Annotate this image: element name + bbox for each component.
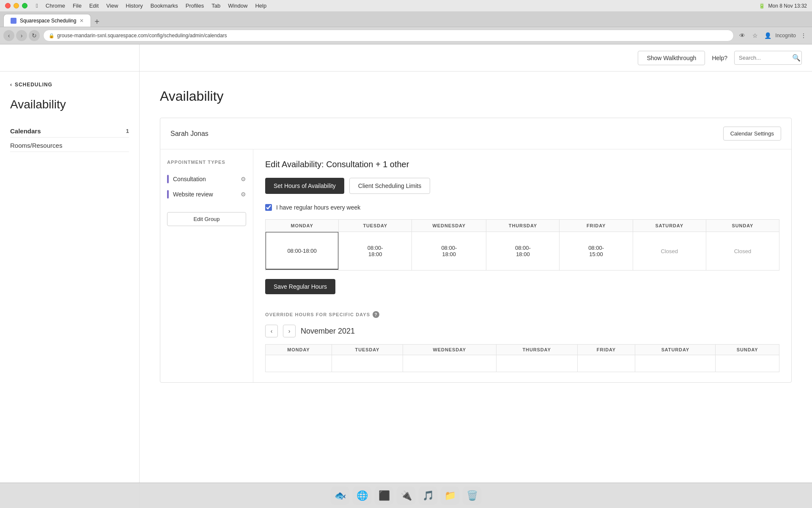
availability-actions: Set Hours of Availability Client Schedul… — [265, 178, 779, 194]
consultation-gear-icon[interactable]: ⚙ — [241, 176, 246, 182]
chrome-menu[interactable]: Chrome — [46, 3, 65, 9]
cell-monday[interactable]: 08:00-18:00 — [266, 232, 339, 271]
override-calendar-row — [266, 355, 779, 372]
cell-wednesday[interactable]: 08:00-18:00 — [412, 232, 486, 271]
thursday-hours[interactable]: 08:00-18:00 — [486, 232, 559, 270]
set-hours-btn[interactable]: Set Hours of Availability — [265, 178, 344, 194]
override-cell[interactable] — [403, 355, 496, 372]
search-input[interactable] — [739, 55, 790, 61]
monday-hours[interactable]: 08:00-18:00 — [265, 232, 339, 270]
more-btn[interactable]: ⋮ — [798, 30, 809, 41]
dock-chrome-icon[interactable]: 🌐 — [353, 486, 371, 505]
maximize-window-btn[interactable] — [22, 3, 27, 8]
browser-tab[interactable]: Squarespace Scheduling ✕ — [3, 14, 91, 27]
dock-music-icon[interactable]: 🎵 — [419, 486, 437, 505]
card-header: Sarah Jonas Calendar Settings — [160, 118, 791, 149]
override-section: OVERRIDE HOURS FOR SPECIFIC DAYS ? ‹ › N… — [265, 311, 779, 372]
wednesday-hours[interactable]: 08:00-18:00 — [412, 232, 486, 270]
dock-app-icon[interactable]: 🔌 — [397, 486, 415, 505]
client-limits-btn[interactable]: Client Scheduling Limits — [349, 178, 430, 194]
override-col-tuesday: TUESDAY — [332, 345, 403, 355]
override-col-monday: MONDAY — [266, 345, 332, 355]
help-icon[interactable]: ? — [373, 311, 379, 318]
override-cell[interactable] — [577, 355, 635, 372]
override-cell[interactable] — [266, 355, 332, 372]
appointment-item-website-review[interactable]: Website review ⚙ — [167, 187, 246, 202]
file-menu[interactable]: File — [73, 3, 82, 9]
save-regular-hours-btn[interactable]: Save Regular Hours — [265, 279, 335, 294]
override-col-sunday: SUNDAY — [716, 345, 779, 355]
override-header-row: MONDAY TUESDAY WEDNESDAY THURSDAY FRIDAY… — [266, 345, 779, 355]
cell-saturday[interactable]: Closed — [633, 232, 706, 271]
help-link[interactable]: Help? — [712, 55, 727, 61]
window-controls[interactable] — [5, 3, 27, 8]
sunday-hours[interactable]: Closed — [706, 232, 779, 270]
col-friday: FRIDAY — [560, 220, 633, 232]
appt-panel-title: APPOINTMENT TYPES — [167, 160, 246, 165]
tab-menu[interactable]: Tab — [211, 3, 220, 9]
app-container: ‹ SCHEDULING Availability Calendars 1 Ro… — [0, 44, 812, 508]
back-chevron-icon: ‹ — [10, 82, 12, 88]
prev-month-btn[interactable]: ‹ — [265, 325, 278, 337]
dock-files-icon[interactable]: 📁 — [441, 486, 459, 505]
override-cell[interactable] — [332, 355, 403, 372]
website-review-color-indicator — [167, 190, 169, 199]
edit-group-btn[interactable]: Edit Group — [167, 212, 246, 226]
consultation-color-indicator — [167, 175, 169, 183]
search-bar[interactable]: 🔍 — [734, 51, 802, 65]
tab-close-btn[interactable]: ✕ — [80, 18, 84, 24]
address-bar[interactable]: 🔒 grouse-mandarin-sxnl.squarespace.com/c… — [43, 30, 734, 41]
sidebar-item-calendars[interactable]: Calendars 1 — [10, 125, 129, 138]
close-window-btn[interactable] — [5, 3, 11, 8]
appointment-item-consultation[interactable]: Consultation ⚙ — [167, 171, 246, 187]
window-menu[interactable]: Window — [228, 3, 247, 9]
calendar-settings-btn[interactable]: Calendar Settings — [723, 127, 781, 141]
override-calendar-table: MONDAY TUESDAY WEDNESDAY THURSDAY FRIDAY… — [265, 344, 779, 372]
tuesday-hours[interactable]: 08:00-18:00 — [339, 232, 411, 270]
override-cell[interactable] — [716, 355, 779, 372]
help-menu[interactable]: Help — [255, 3, 266, 9]
profile-icon[interactable]: 👤 — [763, 30, 773, 41]
history-menu[interactable]: History — [126, 3, 143, 9]
back-btn[interactable]: ‹ — [3, 30, 14, 41]
cell-sunday[interactable]: Closed — [706, 232, 779, 271]
override-cell[interactable] — [496, 355, 577, 372]
sidebar-item-rooms[interactable]: Rooms/Resources — [10, 139, 129, 152]
cell-thursday[interactable]: 08:00-18:00 — [486, 232, 560, 271]
dock-terminal-icon[interactable]: ⬛ — [375, 486, 393, 505]
view-menu[interactable]: View — [106, 3, 118, 9]
new-tab-btn[interactable]: + — [94, 17, 99, 27]
apple-menu[interactable]:  — [36, 3, 38, 9]
bookmarks-menu[interactable]: Bookmarks — [151, 3, 178, 9]
sidebar-title: Availability — [10, 98, 129, 111]
dock-finder-icon[interactable]: 🐟 — [331, 486, 349, 505]
hours-table-header-row: MONDAY TUESDAY WEDNESDAY THURSDAY FRIDAY… — [266, 220, 779, 232]
override-col-saturday: SATURDAY — [635, 345, 716, 355]
forward-btn[interactable]: › — [16, 30, 27, 41]
sidebar-back-link[interactable]: ‹ SCHEDULING — [10, 82, 129, 88]
show-walkthrough-btn[interactable]: Show Walkthrough — [638, 51, 705, 65]
main-content: Show Walkthrough Help? 🔍 Availability Sa… — [140, 44, 812, 508]
minimize-window-btn[interactable] — [14, 3, 19, 8]
incognito-label: Incognito — [775, 33, 796, 39]
reload-btn[interactable]: ↻ — [29, 30, 40, 41]
nav-buttons: ‹ › ↻ — [3, 30, 40, 41]
website-review-gear-icon[interactable]: ⚙ — [241, 191, 246, 198]
tab-bar: Squarespace Scheduling ✕ + — [0, 12, 812, 27]
regular-hours-checkbox[interactable] — [265, 204, 272, 211]
sidebar: ‹ SCHEDULING Availability Calendars 1 Ro… — [0, 44, 140, 508]
star-icon[interactable]: ☆ — [750, 30, 760, 41]
next-month-btn[interactable]: › — [283, 325, 296, 337]
dock-trash-icon[interactable]: 🗑️ — [463, 486, 481, 505]
profiles-menu[interactable]: Profiles — [186, 3, 204, 9]
friday-hours[interactable]: 08:00-15:00 — [560, 232, 632, 270]
override-title-text: OVERRIDE HOURS FOR SPECIFIC DAYS — [265, 312, 370, 317]
sidebar-item-rooms-label: Rooms/Resources — [10, 142, 62, 149]
availability-editor-title: Edit Availability: Consultation + 1 othe… — [265, 160, 779, 169]
cell-tuesday[interactable]: 08:00-18:00 — [339, 232, 412, 271]
cell-friday[interactable]: 08:00-15:00 — [560, 232, 633, 271]
override-cell[interactable] — [635, 355, 716, 372]
saturday-hours[interactable]: Closed — [633, 232, 706, 270]
col-tuesday: TUESDAY — [339, 220, 412, 232]
edit-menu[interactable]: Edit — [89, 3, 99, 9]
